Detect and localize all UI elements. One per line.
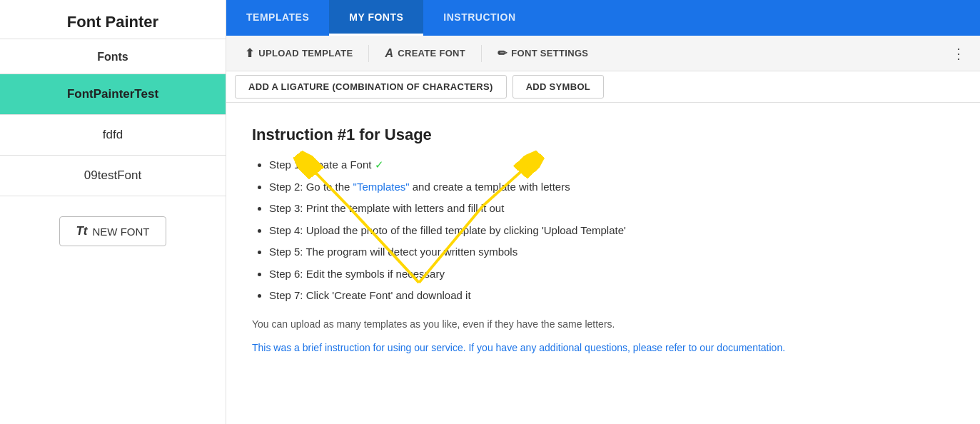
step-6: Step 6: Edit the symbols if necessary	[269, 266, 951, 283]
new-font-icon: Tt	[76, 224, 87, 238]
toolbar-divider-2	[481, 45, 482, 62]
add-symbol-button[interactable]: ADD SYMBOL	[512, 75, 604, 99]
step-7: Step 7: Click 'Create Font' and download…	[269, 288, 951, 304]
app-title: Font Painter	[0, 0, 226, 39]
step-4: Step 4: Upload the photo of the filled t…	[269, 223, 951, 239]
add-ligature-button[interactable]: ADD A LIGATURE (COMBINATION OF CHARACTER…	[235, 75, 507, 99]
tab-instruction[interactable]: INSTRUCTION	[423, 0, 535, 36]
step-3: Step 3: Print the template with letters …	[269, 201, 951, 217]
step-5: Step 5: The program will detect your wri…	[269, 244, 951, 261]
main-content: TEMPLATES MY FONTS INSTRUCTION ⬆ UPLOAD …	[226, 0, 980, 424]
templates-link[interactable]: "Templates"	[353, 181, 410, 193]
instruction-title: Instruction #1 for Usage	[252, 126, 951, 144]
create-font-button[interactable]: A CREATE FONT	[375, 41, 475, 66]
tab-templates[interactable]: TEMPLATES	[226, 0, 329, 36]
instruction-note: You can upload as many templates as you …	[252, 317, 951, 332]
create-font-icon: A	[385, 47, 393, 60]
instruction-steps: Step 1: Create a Font ✓ Step 2: Go to th…	[269, 157, 951, 304]
step-1: Step 1: Create a Font ✓	[269, 157, 951, 173]
toolbar-divider-1	[368, 45, 369, 62]
sidebar-item-fdfd[interactable]: fdfd	[0, 115, 226, 156]
sub-toolbar: ADD A LIGATURE (COMBINATION OF CHARACTER…	[226, 71, 980, 103]
top-nav: TEMPLATES MY FONTS INSTRUCTION	[226, 0, 980, 36]
toolbar: ⬆ UPLOAD TEMPLATE A CREATE FONT ✏ FONT S…	[226, 36, 980, 71]
sidebar: Font Painter Fonts FontPainterTest fdfd …	[0, 0, 226, 424]
settings-icon: ✏	[497, 46, 507, 60]
new-font-button[interactable]: Tt NEW FONT	[59, 216, 166, 246]
step1-check: ✓	[375, 158, 384, 171]
font-settings-label: FONT SETTINGS	[511, 48, 588, 59]
sidebar-item-fontpaintertest[interactable]: FontPainterTest	[0, 74, 226, 115]
instruction-footer-note: This was a brief instruction for using o…	[252, 340, 951, 355]
new-font-label: NEW FONT	[93, 226, 150, 238]
font-settings-button[interactable]: ✏ FONT SETTINGS	[488, 41, 598, 66]
upload-template-label: UPLOAD TEMPLATE	[258, 48, 353, 59]
content-area: Instruction #1 for Usage Step 1: Create …	[226, 103, 980, 424]
upload-icon: ⬆	[245, 46, 254, 60]
sidebar-item-09testfont[interactable]: 09testFont	[0, 156, 226, 196]
fonts-label: Fonts	[0, 39, 226, 74]
tab-my-fonts[interactable]: MY FONTS	[329, 0, 423, 36]
upload-template-button[interactable]: ⬆ UPLOAD TEMPLATE	[235, 41, 363, 66]
create-font-label: CREATE FONT	[398, 48, 465, 59]
step-2: Step 2: Go to the "Templates" and create…	[269, 179, 951, 196]
more-menu-button[interactable]: ⋮	[946, 42, 971, 65]
